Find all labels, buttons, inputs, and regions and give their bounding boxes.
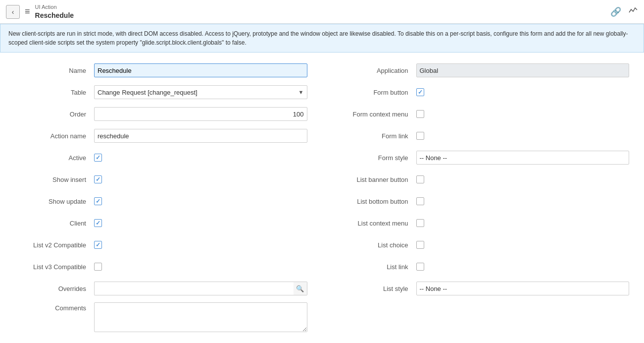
list-v2-field <box>94 241 307 249</box>
list-context-menu-field <box>416 219 630 227</box>
list-choice-checkbox[interactable] <box>416 241 424 249</box>
form-style-row: Form style -- None -- <box>337 150 630 166</box>
overrides-input[interactable] <box>94 282 294 295</box>
list-v3-row: List v3 Compatible <box>15 259 307 275</box>
overrides-row: Overrides 🔍 <box>15 281 307 296</box>
form-style-select[interactable]: -- None -- <box>416 151 630 165</box>
comments-field <box>94 302 307 334</box>
list-style-field: -- None -- <box>416 282 630 295</box>
list-bottom-button-field <box>416 197 630 205</box>
banner-text: New client-scripts are run in strict mod… <box>8 30 628 46</box>
header: ‹ ≡ UI Action Reschedule 🔗 <box>0 0 644 24</box>
hamburger-icon[interactable]: ≡ <box>25 6 30 17</box>
table-select[interactable]: Change Request [change_request] ▼ <box>94 85 307 99</box>
list-style-row: List style -- None -- <box>337 281 630 296</box>
list-bottom-button-label: List bottom button <box>337 198 416 205</box>
header-subtitle: UI Action <box>35 3 74 10</box>
list-context-menu-label: List context menu <box>337 220 416 227</box>
comments-textarea[interactable] <box>94 302 307 332</box>
list-choice-row: List choice <box>337 237 630 253</box>
active-field <box>94 154 307 162</box>
client-label: Client <box>15 220 94 227</box>
overrides-search-button[interactable]: 🔍 <box>294 282 307 295</box>
action-name-row: Action name <box>15 128 307 144</box>
list-link-row: List link <box>337 259 630 275</box>
show-update-row: Show update <box>15 193 307 209</box>
show-insert-checkbox[interactable] <box>94 175 102 183</box>
form-context-menu-row: Form context menu <box>337 106 630 122</box>
action-name-field <box>94 129 307 143</box>
list-style-label: List style <box>337 285 416 292</box>
list-v3-field <box>94 263 307 271</box>
active-checkbox[interactable] <box>94 154 102 162</box>
active-row: Active <box>15 150 307 166</box>
list-v2-checkbox[interactable] <box>94 241 102 249</box>
chart-icon[interactable] <box>628 5 638 18</box>
show-update-checkbox[interactable] <box>94 197 102 205</box>
table-label: Table <box>15 89 94 96</box>
list-style-select[interactable]: -- None -- <box>416 282 630 295</box>
name-field <box>94 63 307 77</box>
form-grid: Name Table Change Request [change_reques… <box>0 62 644 340</box>
order-input[interactable] <box>94 107 307 121</box>
table-row: Table Change Request [change_request] ▼ <box>15 84 307 100</box>
name-input[interactable] <box>94 63 307 77</box>
chevron-down-icon: ▼ <box>298 89 304 95</box>
back-button[interactable]: ‹ <box>6 5 20 19</box>
list-banner-button-label: List banner button <box>337 176 416 183</box>
order-label: Order <box>15 111 94 118</box>
form-right-col: Application Global Form button Form cont… <box>322 62 644 340</box>
header-title-block: UI Action Reschedule <box>35 3 74 19</box>
application-label: Application <box>337 67 416 74</box>
header-title: Reschedule <box>35 11 74 20</box>
active-label: Active <box>15 154 94 162</box>
form-link-checkbox[interactable] <box>416 132 424 140</box>
action-name-label: Action name <box>15 132 94 140</box>
form-style-field: -- None -- <box>416 151 630 165</box>
list-v2-row: List v2 Compatible <box>15 237 307 253</box>
application-value: Global <box>416 63 630 77</box>
list-v2-label: List v2 Compatible <box>15 241 94 249</box>
form-link-field <box>416 132 630 140</box>
list-banner-button-checkbox[interactable] <box>416 175 424 183</box>
info-banner: New client-scripts are run in strict mod… <box>0 24 644 53</box>
name-row: Name <box>15 62 307 78</box>
list-bottom-button-checkbox[interactable] <box>416 197 424 205</box>
show-insert-label: Show insert <box>15 176 94 183</box>
table-field: Change Request [change_request] ▼ <box>94 85 307 99</box>
list-link-label: List link <box>337 263 416 271</box>
search-icon: 🔍 <box>296 285 304 292</box>
overrides-label: Overrides <box>15 285 94 292</box>
action-name-input[interactable] <box>94 129 307 143</box>
client-checkbox[interactable] <box>94 219 102 227</box>
comments-label: Comments <box>15 302 94 312</box>
list-v3-label: List v3 Compatible <box>15 263 94 271</box>
list-banner-button-row: List banner button <box>337 172 630 187</box>
attach-icon[interactable]: 🔗 <box>610 6 621 17</box>
list-link-checkbox[interactable] <box>416 263 424 271</box>
form-context-menu-label: Form context menu <box>337 111 416 118</box>
show-update-field <box>94 197 307 205</box>
list-choice-field <box>416 241 630 249</box>
list-v3-checkbox[interactable] <box>94 263 102 271</box>
list-bottom-button-row: List bottom button <box>337 193 630 209</box>
overrides-field: 🔍 <box>94 282 307 295</box>
header-right: 🔗 <box>610 5 638 18</box>
form-link-label: Form link <box>337 132 416 140</box>
name-label: Name <box>15 67 94 74</box>
form-link-row: Form link <box>337 128 630 144</box>
form-button-label: Form button <box>337 89 416 96</box>
form-left-col: Name Table Change Request [change_reques… <box>0 62 322 340</box>
client-row: Client <box>15 215 307 231</box>
list-choice-label: List choice <box>337 241 416 249</box>
form-button-row: Form button <box>337 84 630 100</box>
form-context-menu-field <box>416 110 630 118</box>
form-button-checkbox[interactable] <box>416 88 424 96</box>
order-field <box>94 107 307 121</box>
form-context-menu-checkbox[interactable] <box>416 110 424 118</box>
list-context-menu-checkbox[interactable] <box>416 219 424 227</box>
form-body: Name Table Change Request [change_reques… <box>0 53 644 343</box>
form-button-field <box>416 88 630 96</box>
form-style-label: Form style <box>337 154 416 162</box>
back-icon: ‹ <box>12 8 14 16</box>
